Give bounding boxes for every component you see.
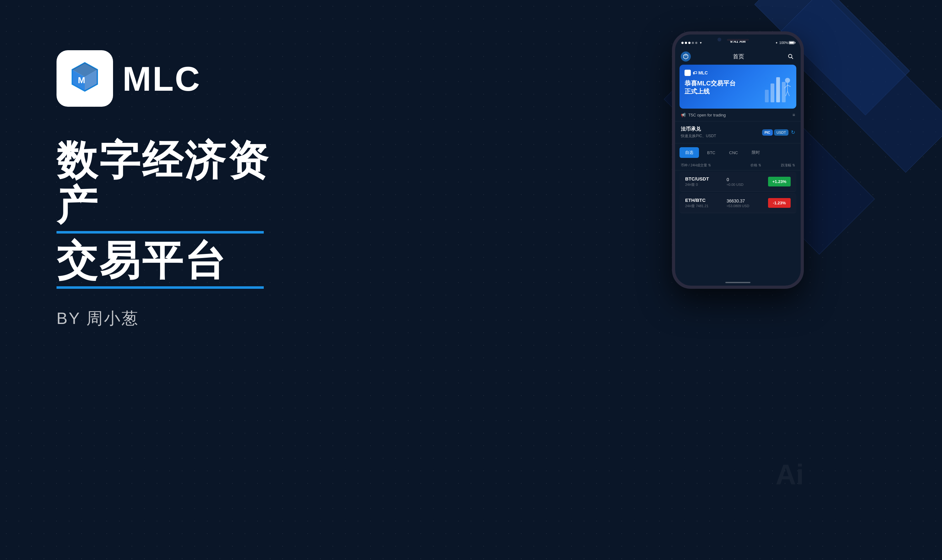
pair-name-2: ETH/BTC bbox=[685, 197, 727, 203]
svg-line-8 bbox=[791, 57, 793, 59]
battery-percent: 100% bbox=[779, 41, 788, 45]
tab-xianshi[interactable]: 限时 bbox=[746, 147, 765, 158]
search-button[interactable] bbox=[786, 52, 795, 61]
phone-vol-down-button bbox=[672, 118, 673, 141]
banner-illustration bbox=[762, 71, 793, 109]
banner-decoration bbox=[762, 71, 793, 109]
headline-line2: 交易平台 bbox=[57, 238, 276, 283]
app-title: 首页 bbox=[733, 53, 744, 60]
usdt-badge: USDT bbox=[774, 129, 788, 135]
logo-area: M MLC bbox=[57, 50, 276, 107]
market-row-eth-btc[interactable]: ETH/BTC 24H量 7481.21 36630.37 ≈53.0809 U… bbox=[679, 193, 796, 213]
signal-indicator: ▾ bbox=[681, 41, 702, 45]
price-col-1: 0 ≈0.00 USD bbox=[727, 177, 768, 186]
app-logo-svg bbox=[683, 53, 689, 60]
phone-power-button bbox=[803, 78, 804, 104]
svg-line-18 bbox=[788, 91, 790, 96]
signal-dot-3 bbox=[688, 42, 691, 44]
bluetooth-icon: ✦ bbox=[775, 41, 778, 45]
vol-label-2: 24H量 bbox=[685, 204, 695, 208]
fabi-exchange-section[interactable]: 法币承兑 快速兑换PIC、USDT PIC USDT ↻ bbox=[675, 122, 801, 143]
exchange-icon: ↻ bbox=[791, 129, 795, 135]
fabi-subtitle: 快速兑换PIC、USDT bbox=[681, 134, 716, 139]
phone-mockup: ▾ 9:41 AM ✦ 100% bbox=[672, 31, 823, 289]
search-icon bbox=[788, 54, 793, 59]
svg-rect-12 bbox=[782, 82, 786, 102]
status-bar: ▾ 9:41 AM ✦ 100% bbox=[675, 35, 801, 48]
svg-line-17 bbox=[786, 91, 788, 96]
market-tabs: 自选 BTC CNC 限时 bbox=[675, 143, 801, 160]
vol-value-2: 7481.21 bbox=[696, 204, 708, 208]
svg-point-7 bbox=[788, 54, 792, 58]
wifi-icon: ▾ bbox=[700, 41, 702, 45]
status-right-area: ✦ 100% bbox=[775, 41, 794, 45]
svg-marker-6 bbox=[683, 54, 688, 57]
phone-speaker bbox=[727, 39, 749, 41]
svg-text:M: M bbox=[78, 75, 85, 85]
app-header: 首页 bbox=[675, 48, 801, 65]
headline-line1: 数字经济资产 bbox=[57, 138, 276, 228]
left-content-area: M MLC 数字经济资产 交易平台 BY 周小葱 bbox=[57, 50, 276, 329]
mlc-logo-icon: M bbox=[66, 60, 104, 97]
logo-box: M bbox=[57, 50, 113, 107]
svg-line-16 bbox=[788, 85, 791, 87]
pair-col-1: BTC/USDT 24H量 0 bbox=[685, 176, 727, 187]
notification-content: T5C open for trading bbox=[688, 113, 726, 117]
headline-area: 数字经济资产 交易平台 bbox=[57, 138, 276, 289]
phone-front-camera bbox=[717, 38, 721, 42]
pair-name-1: BTC/USDT bbox=[685, 176, 727, 182]
fabi-right: PIC USDT ↻ bbox=[762, 129, 795, 135]
pair-vol-2: 24H量 7481.21 bbox=[685, 204, 727, 208]
signal-dot-1 bbox=[681, 42, 683, 44]
phone-outer-shell: ▾ 9:41 AM ✦ 100% bbox=[672, 31, 804, 289]
signal-dot-2 bbox=[685, 42, 687, 44]
price-col-2: 36630.37 ≈53.0809 USD bbox=[727, 198, 768, 208]
notification-text: 📢 T5C open for trading bbox=[681, 113, 726, 117]
menu-icon[interactable]: ≡ bbox=[793, 112, 795, 117]
price-usd-1: ≈0.00 USD bbox=[727, 183, 768, 186]
notification-bar: 📢 T5C open for trading ≡ bbox=[675, 109, 801, 122]
header-pair: 币种 / 24H成交量 ⇅ bbox=[681, 163, 731, 168]
market-row-btc-usdt[interactable]: BTC/USDT 24H量 0 0 ≈0.00 USD +1.23% bbox=[679, 172, 796, 192]
battery-fill bbox=[790, 42, 794, 44]
svg-rect-9 bbox=[765, 90, 769, 102]
tab-zixuan[interactable]: 自选 bbox=[679, 147, 699, 158]
svg-point-13 bbox=[785, 78, 790, 83]
banner-logo bbox=[685, 70, 691, 76]
headline-underline1 bbox=[57, 231, 264, 234]
change-col-1: +1.23% bbox=[768, 177, 791, 186]
tab-cnc[interactable]: CNC bbox=[723, 147, 743, 158]
app-logo-small[interactable] bbox=[681, 51, 691, 62]
price-main-2: 36630.37 bbox=[727, 198, 768, 203]
megaphone-icon: 📢 bbox=[681, 113, 686, 117]
phone-silent-button bbox=[672, 69, 673, 85]
change-col-2: -1.23% bbox=[768, 198, 791, 208]
header-price: 价格 ⇅ bbox=[731, 163, 780, 168]
pair-vol-1: 24H量 0 bbox=[685, 182, 727, 187]
svg-rect-10 bbox=[771, 83, 774, 102]
pair-col-2: ETH/BTC 24H量 7481.21 bbox=[685, 197, 727, 208]
fabi-title: 法币承兑 bbox=[681, 126, 716, 132]
banner-brand-text: 🏷 MLC bbox=[693, 70, 708, 75]
vol-label-1: 24H量 bbox=[685, 183, 695, 186]
signal-dot-4 bbox=[692, 42, 694, 44]
byline: BY 周小葱 bbox=[57, 308, 276, 329]
pic-badge: PIC bbox=[762, 129, 773, 135]
phone-vol-up-button bbox=[672, 91, 673, 113]
headline-underline2 bbox=[57, 286, 264, 289]
ai-watermark: Ai bbox=[776, 458, 804, 491]
battery-indicator: 100% bbox=[779, 41, 794, 45]
header-change: 跌涨幅 ⇅ bbox=[781, 163, 795, 168]
phone-screen: ▾ 9:41 AM ✦ 100% bbox=[675, 35, 801, 286]
signal-dot-5 bbox=[695, 42, 697, 44]
tab-btc[interactable]: BTC bbox=[702, 147, 721, 158]
logo-text: MLC bbox=[122, 59, 201, 98]
home-banner[interactable]: 🏷 MLC 恭喜MLC交易平台 正式上线 bbox=[679, 65, 796, 109]
svg-rect-11 bbox=[776, 77, 780, 102]
vol-value-1: 0 bbox=[696, 183, 698, 186]
price-usd-2: ≈53.0809 USD bbox=[727, 204, 768, 208]
battery-icon bbox=[789, 41, 794, 44]
fabi-left: 法币承兑 快速兑换PIC、USDT bbox=[681, 126, 716, 139]
market-table-header: 币种 / 24H成交量 ⇅ 价格 ⇅ 跌涨幅 ⇅ bbox=[675, 160, 801, 171]
home-indicator bbox=[725, 282, 750, 283]
